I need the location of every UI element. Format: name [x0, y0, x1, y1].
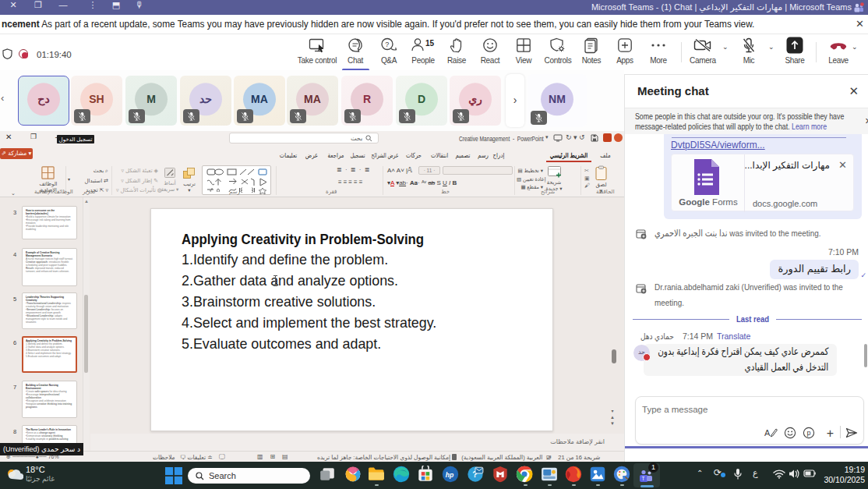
svg-text:T: T [642, 476, 645, 481]
svg-text:A: A [764, 428, 771, 438]
svg-text:15: 15 [425, 39, 435, 48]
svg-text:p: p [807, 429, 811, 437]
svg-text:?: ? [385, 41, 389, 48]
svg-text:hp: hp [446, 471, 454, 479]
